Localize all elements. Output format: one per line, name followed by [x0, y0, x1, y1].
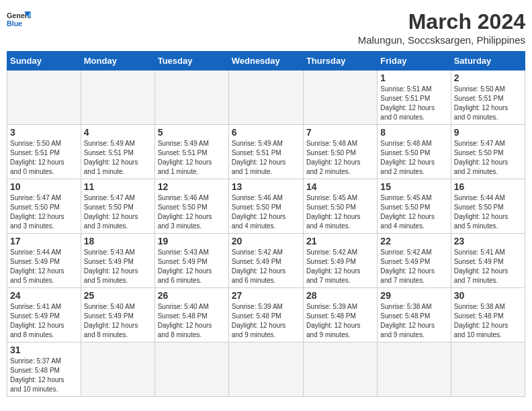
day-info: Sunrise: 5:50 AM Sunset: 5:51 PM Dayligh…: [454, 85, 522, 122]
day-number: 14: [306, 181, 374, 192]
table-row: [154, 342, 228, 397]
table-row: 2Sunrise: 5:50 AM Sunset: 5:51 PM Daylig…: [451, 71, 525, 125]
calendar-week-4: 17Sunrise: 5:44 AM Sunset: 5:49 PM Dayli…: [7, 234, 525, 288]
day-number: 24: [10, 290, 78, 301]
day-info: Sunrise: 5:37 AM Sunset: 5:48 PM Dayligh…: [10, 357, 78, 394]
day-number: 19: [158, 236, 226, 246]
day-number: 2: [454, 73, 522, 83]
day-number: 26: [158, 290, 226, 301]
day-info: Sunrise: 5:44 AM Sunset: 5:49 PM Dayligh…: [10, 248, 78, 285]
table-row: 30Sunrise: 5:38 AM Sunset: 5:48 PM Dayli…: [451, 288, 525, 342]
table-row: 22Sunrise: 5:42 AM Sunset: 5:49 PM Dayli…: [378, 234, 451, 288]
col-thursday: Thursday: [303, 52, 377, 71]
day-number: 28: [306, 290, 374, 301]
day-info: Sunrise: 5:42 AM Sunset: 5:49 PM Dayligh…: [380, 248, 447, 285]
table-row: 10Sunrise: 5:47 AM Sunset: 5:50 PM Dayli…: [7, 179, 81, 234]
location-subtitle: Malungun, Soccsksargen, Philippines: [358, 34, 525, 46]
table-row: 4Sunrise: 5:49 AM Sunset: 5:51 PM Daylig…: [81, 125, 154, 179]
table-row: 19Sunrise: 5:43 AM Sunset: 5:49 PM Dayli…: [154, 234, 228, 288]
col-tuesday: Tuesday: [154, 52, 228, 71]
day-number: 18: [84, 236, 152, 246]
table-row: [228, 342, 303, 397]
calendar-week-2: 3Sunrise: 5:50 AM Sunset: 5:51 PM Daylig…: [7, 125, 525, 179]
day-info: Sunrise: 5:42 AM Sunset: 5:49 PM Dayligh…: [232, 248, 300, 285]
calendar-table: Sunday Monday Tuesday Wednesday Thursday…: [7, 51, 525, 397]
day-number: 7: [306, 127, 374, 138]
logo: General Blue: [7, 9, 31, 28]
day-info: Sunrise: 5:49 AM Sunset: 5:51 PM Dayligh…: [232, 139, 300, 177]
table-row: 5Sunrise: 5:49 AM Sunset: 5:51 PM Daylig…: [154, 125, 228, 179]
table-row: [451, 342, 525, 397]
table-row: 7Sunrise: 5:48 AM Sunset: 5:50 PM Daylig…: [303, 125, 377, 179]
day-info: Sunrise: 5:45 AM Sunset: 5:50 PM Dayligh…: [380, 193, 447, 231]
day-info: Sunrise: 5:43 AM Sunset: 5:49 PM Dayligh…: [158, 248, 226, 285]
table-row: 23Sunrise: 5:41 AM Sunset: 5:49 PM Dayli…: [451, 234, 525, 288]
table-row: 11Sunrise: 5:47 AM Sunset: 5:50 PM Dayli…: [81, 179, 154, 234]
calendar-week-1: 1Sunrise: 5:51 AM Sunset: 5:51 PM Daylig…: [7, 71, 525, 125]
day-info: Sunrise: 5:41 AM Sunset: 5:49 PM Dayligh…: [454, 248, 522, 285]
day-number: 31: [10, 345, 78, 355]
day-info: Sunrise: 5:47 AM Sunset: 5:50 PM Dayligh…: [454, 139, 522, 177]
day-info: Sunrise: 5:38 AM Sunset: 5:48 PM Dayligh…: [454, 302, 522, 340]
table-row: [303, 71, 377, 125]
day-number: 23: [454, 236, 522, 246]
day-number: 17: [10, 236, 78, 246]
col-wednesday: Wednesday: [228, 52, 303, 71]
day-info: Sunrise: 5:43 AM Sunset: 5:49 PM Dayligh…: [84, 248, 152, 285]
day-info: Sunrise: 5:42 AM Sunset: 5:49 PM Dayligh…: [306, 248, 374, 285]
day-number: 5: [158, 127, 226, 138]
day-number: 22: [380, 236, 447, 246]
table-row: 20Sunrise: 5:42 AM Sunset: 5:49 PM Dayli…: [228, 234, 303, 288]
day-number: 10: [10, 181, 78, 192]
table-row: [81, 71, 154, 125]
day-number: 30: [454, 290, 522, 301]
svg-text:Blue: Blue: [7, 19, 22, 28]
generalblue-logo-icon: General Blue: [7, 9, 31, 28]
table-row: 27Sunrise: 5:39 AM Sunset: 5:48 PM Dayli…: [228, 288, 303, 342]
day-info: Sunrise: 5:48 AM Sunset: 5:50 PM Dayligh…: [306, 139, 374, 177]
day-number: 25: [84, 290, 152, 301]
day-info: Sunrise: 5:40 AM Sunset: 5:48 PM Dayligh…: [158, 302, 226, 340]
table-row: 25Sunrise: 5:40 AM Sunset: 5:49 PM Dayli…: [81, 288, 154, 342]
calendar-week-5: 24Sunrise: 5:41 AM Sunset: 5:49 PM Dayli…: [7, 288, 525, 342]
day-number: 1: [380, 73, 447, 83]
day-number: 29: [380, 290, 447, 301]
table-row: 9Sunrise: 5:47 AM Sunset: 5:50 PM Daylig…: [451, 125, 525, 179]
table-row: [303, 342, 377, 397]
table-row: [378, 342, 451, 397]
table-row: 24Sunrise: 5:41 AM Sunset: 5:49 PM Dayli…: [7, 288, 81, 342]
day-info: Sunrise: 5:41 AM Sunset: 5:49 PM Dayligh…: [10, 302, 78, 340]
day-number: 6: [232, 127, 300, 138]
day-info: Sunrise: 5:39 AM Sunset: 5:48 PM Dayligh…: [232, 302, 300, 340]
table-row: 16Sunrise: 5:44 AM Sunset: 5:50 PM Dayli…: [451, 179, 525, 234]
day-number: 12: [158, 181, 226, 192]
day-info: Sunrise: 5:49 AM Sunset: 5:51 PM Dayligh…: [84, 139, 152, 177]
table-row: 28Sunrise: 5:39 AM Sunset: 5:48 PM Dayli…: [303, 288, 377, 342]
day-number: 20: [232, 236, 300, 246]
day-info: Sunrise: 5:39 AM Sunset: 5:48 PM Dayligh…: [306, 302, 374, 340]
day-number: 27: [232, 290, 300, 301]
table-row: [228, 71, 303, 125]
day-info: Sunrise: 5:51 AM Sunset: 5:51 PM Dayligh…: [380, 85, 447, 122]
day-number: 9: [454, 127, 522, 138]
day-number: 11: [84, 181, 152, 192]
col-friday: Friday: [378, 52, 451, 71]
day-info: Sunrise: 5:46 AM Sunset: 5:50 PM Dayligh…: [232, 193, 300, 231]
table-row: 14Sunrise: 5:45 AM Sunset: 5:50 PM Dayli…: [303, 179, 377, 234]
day-info: Sunrise: 5:46 AM Sunset: 5:50 PM Dayligh…: [158, 193, 226, 231]
header: General Blue March 2024 Malungun, Soccsk…: [7, 7, 525, 48]
day-info: Sunrise: 5:50 AM Sunset: 5:51 PM Dayligh…: [10, 139, 78, 177]
calendar-week-3: 10Sunrise: 5:47 AM Sunset: 5:50 PM Dayli…: [7, 179, 525, 234]
day-info: Sunrise: 5:38 AM Sunset: 5:48 PM Dayligh…: [380, 302, 447, 340]
table-row: 29Sunrise: 5:38 AM Sunset: 5:48 PM Dayli…: [378, 288, 451, 342]
table-row: 21Sunrise: 5:42 AM Sunset: 5:49 PM Dayli…: [303, 234, 377, 288]
day-number: 16: [454, 181, 522, 192]
day-number: 15: [380, 181, 447, 192]
day-number: 3: [10, 127, 78, 138]
day-number: 13: [232, 181, 300, 192]
calendar-header-row: Sunday Monday Tuesday Wednesday Thursday…: [7, 52, 525, 71]
table-row: 31Sunrise: 5:37 AM Sunset: 5:48 PM Dayli…: [7, 342, 81, 397]
table-row: 15Sunrise: 5:45 AM Sunset: 5:50 PM Dayli…: [378, 179, 451, 234]
table-row: [154, 71, 228, 125]
day-number: 8: [380, 127, 447, 138]
